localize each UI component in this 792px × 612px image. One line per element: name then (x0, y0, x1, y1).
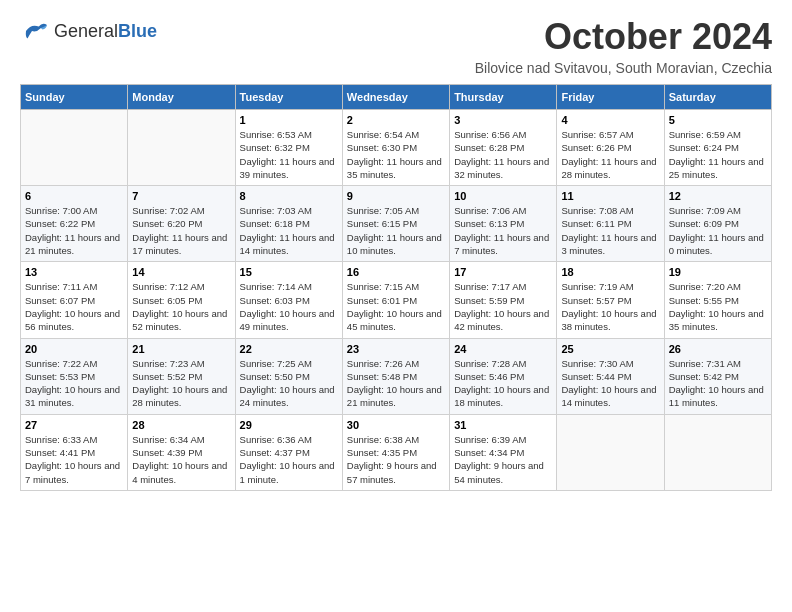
weekday-header-saturday: Saturday (664, 85, 771, 110)
day-info: Sunrise: 7:25 AM Sunset: 5:50 PM Dayligh… (240, 357, 338, 410)
calendar-cell: 9Sunrise: 7:05 AM Sunset: 6:15 PM Daylig… (342, 186, 449, 262)
calendar-cell (664, 414, 771, 490)
day-info: Sunrise: 6:33 AM Sunset: 4:41 PM Dayligh… (25, 433, 123, 486)
calendar-cell: 6Sunrise: 7:00 AM Sunset: 6:22 PM Daylig… (21, 186, 128, 262)
calendar-cell: 31Sunrise: 6:39 AM Sunset: 4:34 PM Dayli… (450, 414, 557, 490)
calendar-cell: 8Sunrise: 7:03 AM Sunset: 6:18 PM Daylig… (235, 186, 342, 262)
day-info: Sunrise: 7:00 AM Sunset: 6:22 PM Dayligh… (25, 204, 123, 257)
calendar-cell: 3Sunrise: 6:56 AM Sunset: 6:28 PM Daylig… (450, 110, 557, 186)
day-info: Sunrise: 7:14 AM Sunset: 6:03 PM Dayligh… (240, 280, 338, 333)
day-number: 23 (347, 343, 445, 355)
day-info: Sunrise: 6:39 AM Sunset: 4:34 PM Dayligh… (454, 433, 552, 486)
day-info: Sunrise: 6:38 AM Sunset: 4:35 PM Dayligh… (347, 433, 445, 486)
title-section: October 2024 Bilovice nad Svitavou, Sout… (475, 16, 772, 76)
day-number: 24 (454, 343, 552, 355)
calendar-week-row: 13Sunrise: 7:11 AM Sunset: 6:07 PM Dayli… (21, 262, 772, 338)
day-info: Sunrise: 7:09 AM Sunset: 6:09 PM Dayligh… (669, 204, 767, 257)
calendar-cell: 27Sunrise: 6:33 AM Sunset: 4:41 PM Dayli… (21, 414, 128, 490)
weekday-header-row: SundayMondayTuesdayWednesdayThursdayFrid… (21, 85, 772, 110)
day-number: 3 (454, 114, 552, 126)
calendar-cell: 4Sunrise: 6:57 AM Sunset: 6:26 PM Daylig… (557, 110, 664, 186)
day-info: Sunrise: 7:20 AM Sunset: 5:55 PM Dayligh… (669, 280, 767, 333)
day-number: 15 (240, 266, 338, 278)
calendar-cell (21, 110, 128, 186)
day-info: Sunrise: 7:26 AM Sunset: 5:48 PM Dayligh… (347, 357, 445, 410)
location: Bilovice nad Svitavou, South Moravian, C… (475, 60, 772, 76)
calendar-cell: 19Sunrise: 7:20 AM Sunset: 5:55 PM Dayli… (664, 262, 771, 338)
day-info: Sunrise: 6:54 AM Sunset: 6:30 PM Dayligh… (347, 128, 445, 181)
calendar-cell: 30Sunrise: 6:38 AM Sunset: 4:35 PM Dayli… (342, 414, 449, 490)
day-info: Sunrise: 7:30 AM Sunset: 5:44 PM Dayligh… (561, 357, 659, 410)
day-number: 7 (132, 190, 230, 202)
calendar-week-row: 1Sunrise: 6:53 AM Sunset: 6:32 PM Daylig… (21, 110, 772, 186)
calendar-cell: 25Sunrise: 7:30 AM Sunset: 5:44 PM Dayli… (557, 338, 664, 414)
day-info: Sunrise: 7:22 AM Sunset: 5:53 PM Dayligh… (25, 357, 123, 410)
day-number: 5 (669, 114, 767, 126)
calendar-cell: 17Sunrise: 7:17 AM Sunset: 5:59 PM Dayli… (450, 262, 557, 338)
day-info: Sunrise: 7:12 AM Sunset: 6:05 PM Dayligh… (132, 280, 230, 333)
day-number: 31 (454, 419, 552, 431)
day-info: Sunrise: 6:56 AM Sunset: 6:28 PM Dayligh… (454, 128, 552, 181)
logo-general: General (54, 21, 118, 41)
day-number: 2 (347, 114, 445, 126)
day-info: Sunrise: 7:03 AM Sunset: 6:18 PM Dayligh… (240, 204, 338, 257)
page-header: GeneralBlue October 2024 Bilovice nad Sv… (20, 16, 772, 76)
day-info: Sunrise: 6:59 AM Sunset: 6:24 PM Dayligh… (669, 128, 767, 181)
calendar-cell: 10Sunrise: 7:06 AM Sunset: 6:13 PM Dayli… (450, 186, 557, 262)
calendar-week-row: 6Sunrise: 7:00 AM Sunset: 6:22 PM Daylig… (21, 186, 772, 262)
day-info: Sunrise: 7:28 AM Sunset: 5:46 PM Dayligh… (454, 357, 552, 410)
day-info: Sunrise: 6:34 AM Sunset: 4:39 PM Dayligh… (132, 433, 230, 486)
calendar-cell (557, 414, 664, 490)
calendar-cell: 20Sunrise: 7:22 AM Sunset: 5:53 PM Dayli… (21, 338, 128, 414)
calendar-cell: 18Sunrise: 7:19 AM Sunset: 5:57 PM Dayli… (557, 262, 664, 338)
day-info: Sunrise: 6:57 AM Sunset: 6:26 PM Dayligh… (561, 128, 659, 181)
day-number: 22 (240, 343, 338, 355)
calendar-cell (128, 110, 235, 186)
calendar-cell: 12Sunrise: 7:09 AM Sunset: 6:09 PM Dayli… (664, 186, 771, 262)
day-number: 29 (240, 419, 338, 431)
day-info: Sunrise: 7:02 AM Sunset: 6:20 PM Dayligh… (132, 204, 230, 257)
calendar-cell: 24Sunrise: 7:28 AM Sunset: 5:46 PM Dayli… (450, 338, 557, 414)
day-info: Sunrise: 7:31 AM Sunset: 5:42 PM Dayligh… (669, 357, 767, 410)
weekday-header-friday: Friday (557, 85, 664, 110)
day-info: Sunrise: 7:06 AM Sunset: 6:13 PM Dayligh… (454, 204, 552, 257)
weekday-header-wednesday: Wednesday (342, 85, 449, 110)
logo-icon (20, 16, 50, 46)
day-number: 27 (25, 419, 123, 431)
day-number: 11 (561, 190, 659, 202)
calendar-cell: 5Sunrise: 6:59 AM Sunset: 6:24 PM Daylig… (664, 110, 771, 186)
calendar-cell: 22Sunrise: 7:25 AM Sunset: 5:50 PM Dayli… (235, 338, 342, 414)
weekday-header-sunday: Sunday (21, 85, 128, 110)
calendar-cell: 29Sunrise: 6:36 AM Sunset: 4:37 PM Dayli… (235, 414, 342, 490)
day-info: Sunrise: 7:17 AM Sunset: 5:59 PM Dayligh… (454, 280, 552, 333)
day-info: Sunrise: 7:15 AM Sunset: 6:01 PM Dayligh… (347, 280, 445, 333)
day-number: 30 (347, 419, 445, 431)
day-number: 13 (25, 266, 123, 278)
logo: GeneralBlue (20, 16, 157, 46)
day-number: 21 (132, 343, 230, 355)
day-number: 17 (454, 266, 552, 278)
day-number: 28 (132, 419, 230, 431)
day-number: 9 (347, 190, 445, 202)
day-number: 26 (669, 343, 767, 355)
day-number: 1 (240, 114, 338, 126)
day-number: 25 (561, 343, 659, 355)
day-number: 19 (669, 266, 767, 278)
day-number: 4 (561, 114, 659, 126)
calendar-cell: 26Sunrise: 7:31 AM Sunset: 5:42 PM Dayli… (664, 338, 771, 414)
calendar-cell: 7Sunrise: 7:02 AM Sunset: 6:20 PM Daylig… (128, 186, 235, 262)
page-container: GeneralBlue October 2024 Bilovice nad Sv… (0, 0, 792, 507)
day-info: Sunrise: 7:11 AM Sunset: 6:07 PM Dayligh… (25, 280, 123, 333)
calendar-cell: 13Sunrise: 7:11 AM Sunset: 6:07 PM Dayli… (21, 262, 128, 338)
day-info: Sunrise: 7:19 AM Sunset: 5:57 PM Dayligh… (561, 280, 659, 333)
weekday-header-thursday: Thursday (450, 85, 557, 110)
weekday-header-tuesday: Tuesday (235, 85, 342, 110)
day-info: Sunrise: 6:53 AM Sunset: 6:32 PM Dayligh… (240, 128, 338, 181)
day-info: Sunrise: 7:23 AM Sunset: 5:52 PM Dayligh… (132, 357, 230, 410)
logo-blue: Blue (118, 21, 157, 41)
day-number: 16 (347, 266, 445, 278)
day-number: 6 (25, 190, 123, 202)
day-info: Sunrise: 7:08 AM Sunset: 6:11 PM Dayligh… (561, 204, 659, 257)
calendar-cell: 21Sunrise: 7:23 AM Sunset: 5:52 PM Dayli… (128, 338, 235, 414)
calendar-cell: 28Sunrise: 6:34 AM Sunset: 4:39 PM Dayli… (128, 414, 235, 490)
